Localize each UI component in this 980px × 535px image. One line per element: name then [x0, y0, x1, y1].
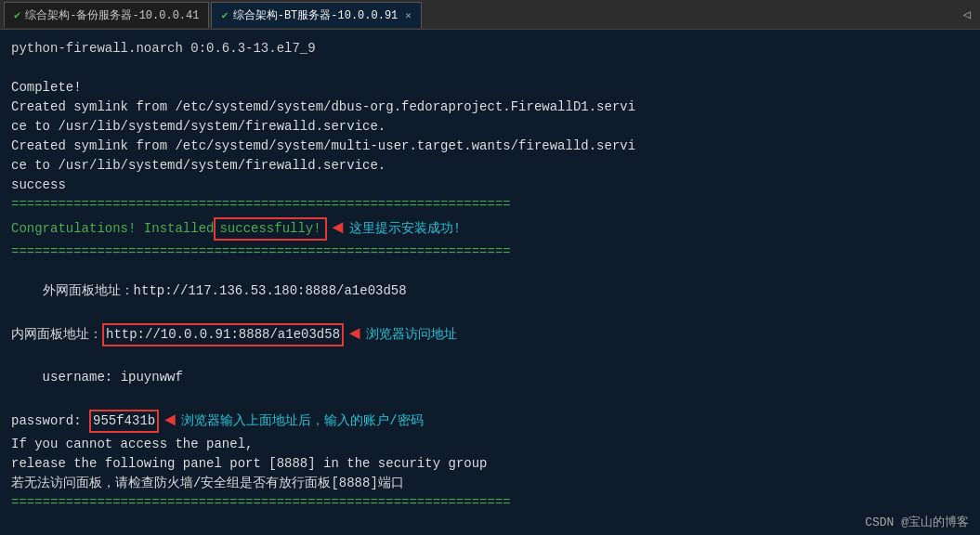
outer-panel-url: http://117.136.53.180:8888/a1e03d58: [134, 283, 407, 298]
divider-1: ========================================…: [11, 195, 969, 215]
line-symlink-2: ce to /usr/lib/systemd/system/firewalld.…: [11, 117, 969, 137]
tab-label-1: 综合架构-备份服务器-10.0.0.41: [25, 7, 199, 23]
password-boxed: 955f431b: [89, 410, 159, 433]
line-symlink-4: ce to /usr/lib/systemd/system/firewalld.…: [11, 156, 969, 176]
line-symlink-3: Created symlink from /etc/systemd/system…: [11, 137, 969, 156]
tab-bt-server[interactable]: ✔ 综合架构-BT服务器-10.0.0.91 ✕: [211, 2, 421, 28]
username-line: username: ipuynwwf: [11, 348, 969, 407]
username-value: ipuynwwf: [121, 370, 183, 385]
tab-bar: ✔ 综合架构-备份服务器-10.0.0.41 ✔ 综合架构-BT服务器-10.0…: [0, 0, 980, 30]
close-icon[interactable]: ✕: [405, 9, 412, 21]
inner-panel-boxed: http://10.0.0.91:8888/a1e03d58: [102, 323, 344, 346]
warning-line-3: 若无法访问面板，请检查防火墙/安全组是否有放行面板[8888]端口: [11, 474, 969, 493]
password-label: password:: [11, 411, 89, 431]
annotation-credentials: 浏览器输入上面地址后，输入的账户/密码: [181, 411, 423, 431]
line-python-firewall: python-firewall.noarch 0:0.6.3-13.el7_9: [11, 39, 969, 59]
divider-2: ========================================…: [11, 242, 969, 262]
congrats-prefix: Congratulations! Installed: [11, 219, 214, 239]
bottom-bar: CSDN @宝山的博客: [0, 510, 980, 536]
inner-panel-label: 内网面板地址：: [11, 325, 102, 345]
tab-label-2: 综合架构-BT服务器-10.0.0.91: [233, 7, 399, 23]
warning-line-1: If you cannot access the panel,: [11, 435, 969, 454]
check-icon-1: ✔: [14, 8, 20, 22]
outer-panel-label: 外网面板地址：: [43, 283, 134, 298]
outer-panel-line: 外网面板地址：http://117.136.53.180:8888/a1e03d…: [11, 262, 969, 320]
arrow-success: ◄: [333, 215, 344, 242]
check-icon-2: ✔: [221, 8, 228, 22]
line-complete: Complete!: [11, 78, 969, 98]
username-label: username:: [43, 370, 121, 385]
line-success: success: [11, 176, 969, 195]
tab-backup-server[interactable]: ✔ 综合架构-备份服务器-10.0.0.41: [4, 2, 209, 28]
csdn-tag: CSDN @宝山的博客: [865, 514, 969, 532]
line-symlink-1: Created symlink from /etc/systemd/system…: [11, 98, 969, 117]
warning-line-2: release the following panel port [8888] …: [11, 454, 969, 474]
congrats-row: Congratulations! Installed successfully!…: [11, 215, 969, 242]
terminal-area: python-firewall.noarch 0:0.6.3-13.el7_9 …: [0, 30, 980, 535]
congrats-boxed: successfully!: [214, 217, 326, 241]
line-empty-1: [11, 59, 969, 78]
annotation-browser: 浏览器访问地址: [366, 325, 457, 345]
annotation-success: 这里提示安装成功!: [349, 219, 461, 239]
inner-panel-row: 内网面板地址： http://10.0.0.91:8888/a1e03d58 ◄…: [11, 320, 969, 348]
tab-arrow[interactable]: ◁: [958, 7, 976, 22]
arrow-credentials: ◄: [164, 407, 176, 435]
arrow-browser: ◄: [349, 320, 360, 348]
password-row: password: 955f431b ◄ 浏览器输入上面地址后，输入的账户/密码: [11, 407, 969, 435]
